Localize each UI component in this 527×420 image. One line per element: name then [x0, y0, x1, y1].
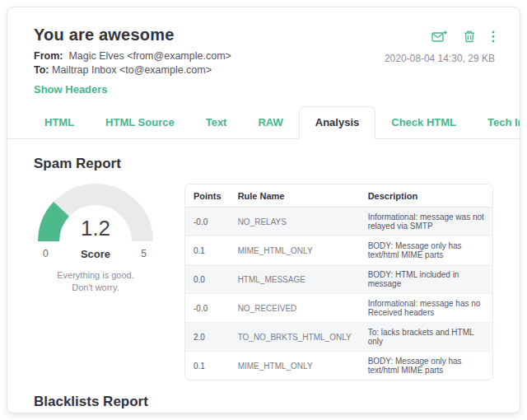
rule-name: NO_RECEIVED [230, 294, 360, 323]
tab-analysis[interactable]: Analysis [299, 106, 375, 139]
spam-rules-table: PointsRule NameDescription -0.0NO_RELAYS… [184, 184, 493, 380]
tab-html[interactable]: HTML [29, 107, 90, 138]
spam-rule-row: 0.1MIME_HTML_ONLYBODY: Message only has … [185, 236, 492, 265]
from-line: From: Magic Elves <from@example.com> [34, 50, 231, 62]
email-actions [385, 30, 495, 43]
spam-rule-row: -0.0NO_RELAYSInformational: message was … [185, 208, 492, 236]
blacklists-report-title: Blacklists Report [34, 394, 493, 410]
email-detail-card: You are awesome From: Magic Elves <from@… [7, 7, 520, 413]
gauge-scale: 0 Score 5 [38, 248, 153, 261]
column-header: Description [360, 184, 492, 208]
email-header-right: 2020-08-04 14:30, 29 KB [385, 26, 495, 96]
from-value: Magic Elves <from@example.com> [68, 50, 231, 62]
spam-rule-row: 0.0HTML_MESSAGEBODY: HTML included in me… [185, 265, 492, 294]
trash-icon[interactable] [464, 30, 475, 43]
envelope-forward-icon[interactable] [431, 30, 447, 43]
rule-name: NO_RELAYS [230, 208, 360, 236]
spam-rule-row: 2.0TO_NO_BRKTS_HTML_ONLYTo: lacks bracke… [185, 323, 492, 352]
from-label: From: [34, 50, 63, 62]
gauge-max-label: 5 [141, 248, 147, 259]
tab-text[interactable]: Text [190, 107, 243, 138]
rule-name: MIME_HTML_ONLY [230, 352, 360, 380]
show-headers-link[interactable]: Show Headers [34, 83, 108, 96]
spam-rules-header-row: PointsRule NameDescription [185, 184, 492, 208]
kebab-menu-icon[interactable] [492, 30, 495, 43]
to-label: To: [34, 64, 49, 76]
spam-score-value: 1.2 [38, 216, 153, 241]
rule-description: To: lacks brackets and HTML only [360, 323, 492, 352]
tab-raw[interactable]: RAW [242, 107, 298, 138]
spam-report-title: Spam Report [34, 156, 493, 172]
rule-points: -0.0 [185, 208, 230, 236]
email-header-left: You are awesome From: Magic Elves <from@… [34, 26, 231, 96]
rule-description: BODY: Message only has text/html MIME pa… [360, 236, 492, 265]
spam-report-body: 1.2 0 Score 5 Everything is good. Don't … [34, 184, 493, 380]
gauge-arc: 1.2 [38, 184, 153, 246]
column-header: Points [185, 184, 230, 208]
rule-points: 0.1 [185, 352, 230, 380]
tab-check-html[interactable]: Check HTML [375, 107, 472, 138]
rule-name: TO_NO_BRKTS_HTML_ONLY [230, 323, 360, 352]
spam-score-gauge: 1.2 0 Score 5 Everything is good. Don't … [34, 184, 184, 380]
rule-description: BODY: Message only has text/html MIME pa… [360, 352, 492, 380]
rule-name: HTML_MESSAGE [230, 265, 360, 294]
spam-rules-table-body: -0.0NO_RELAYSInformational: message was … [185, 208, 492, 380]
rule-description: Informational: message was not relayed v… [360, 208, 492, 236]
rule-points: 0.1 [185, 236, 230, 265]
rule-points: 0.0 [185, 265, 230, 294]
analysis-content: Spam Report 1.2 0 Score 5 Everything is … [7, 139, 520, 413]
rule-description: BODY: HTML included in message [360, 265, 492, 294]
rule-description: Informational: message has no Received h… [360, 294, 492, 323]
tab-bar: HTMLHTML SourceTextRAWAnalysisCheck HTML… [7, 106, 520, 139]
rule-points: -0.0 [185, 294, 230, 323]
gauge-note-line1: Everything is good. [34, 269, 157, 282]
blacklists-section: Blacklists Report Domain: example.com IP… [34, 394, 493, 413]
email-header: You are awesome From: Magic Elves <from@… [7, 7, 520, 96]
gauge-note-line2: Don't worry. [34, 282, 157, 294]
spam-rule-row: 0.1MIME_HTML_ONLYBODY: Message only has … [185, 352, 492, 380]
tab-html-source[interactable]: HTML Source [90, 107, 190, 138]
gauge-note: Everything is good. Don't worry. [34, 269, 157, 294]
email-date-size: 2020-08-04 14:30, 29 KB [385, 53, 495, 64]
tab-tech-info[interactable]: Tech Info [472, 107, 520, 138]
spam-rule-row: -0.0NO_RECEIVEDInformational: message ha… [185, 294, 492, 323]
email-subject: You are awesome [34, 26, 231, 44]
gauge-score-label: Score [38, 248, 153, 260]
rule-points: 2.0 [185, 323, 230, 352]
to-value: Mailtrap Inbox <to@example.com> [52, 64, 212, 76]
column-header: Rule Name [230, 184, 360, 208]
rule-name: MIME_HTML_ONLY [230, 236, 360, 265]
to-line: To: Mailtrap Inbox <to@example.com> [34, 64, 231, 76]
